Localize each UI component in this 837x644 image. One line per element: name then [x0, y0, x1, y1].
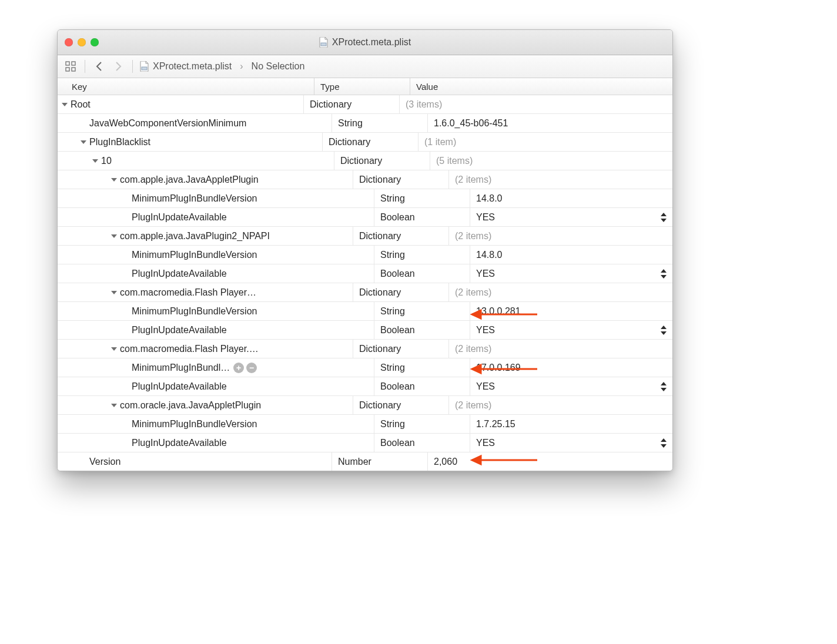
- stepper-down-icon[interactable]: [659, 443, 668, 449]
- editor-window: XProtect.meta.plist: [57, 29, 673, 471]
- plist-rows: Root Dictionary (3 items) JavaWebCompone…: [58, 95, 672, 471]
- row-flash2[interactable]: com.macromedia.Flash Player.… Dictionary…: [58, 340, 672, 358]
- stepper-down-icon[interactable]: [659, 217, 668, 223]
- key-label: PlugInUpdateAvailable: [132, 212, 227, 223]
- window-title: XProtect.meta.plist: [332, 37, 411, 48]
- close-window-button[interactable]: [65, 38, 73, 46]
- stepper-up-icon[interactable]: [659, 381, 668, 387]
- column-header-type[interactable]: Type: [314, 78, 410, 95]
- add-remove-controls: + −: [233, 363, 257, 373]
- nav-forward-button[interactable]: [111, 59, 125, 73]
- row-ten[interactable]: 10 Dictionary (5 items): [58, 152, 672, 170]
- value-cell[interactable]: 14.8.0: [470, 246, 672, 264]
- key-label: PlugInBlacklist: [89, 137, 150, 147]
- column-header-key[interactable]: Key: [58, 78, 314, 95]
- value-cell[interactable]: 1.6.0_45-b06-451: [428, 114, 672, 132]
- value-stepper[interactable]: [659, 212, 668, 223]
- key-label: 10: [101, 156, 112, 166]
- type-cell: String: [332, 114, 428, 132]
- stepper-down-icon[interactable]: [659, 330, 668, 336]
- value-stepper[interactable]: [659, 437, 668, 449]
- breadcrumb-selection: No Selection: [252, 61, 305, 72]
- svg-rect-3: [66, 68, 69, 71]
- remove-row-button[interactable]: −: [246, 363, 257, 373]
- row-oracle-min[interactable]: MinimumPlugInBundleVersion String 1.7.25…: [58, 415, 672, 434]
- plist-file-icon: [140, 61, 149, 72]
- row-flash1-upd[interactable]: PlugInUpdateAvailable Boolean YES: [58, 321, 672, 340]
- separator: [132, 60, 133, 73]
- value-cell[interactable]: 2,060: [428, 452, 672, 471]
- row-apple-npapi[interactable]: com.apple.java.JavaPlugin2_NPAPI Diction…: [58, 227, 672, 246]
- stepper-down-icon[interactable]: [659, 274, 668, 280]
- value-text: YES: [476, 438, 495, 448]
- chevron-right-icon: ›: [236, 61, 246, 72]
- value-cell[interactable]: 13.0.0.281: [470, 302, 672, 320]
- zoom-window-button[interactable]: [91, 38, 99, 46]
- breadcrumb-file: XProtect.meta.plist: [153, 61, 232, 72]
- value-text: YES: [476, 381, 495, 392]
- key-label: MinimumPlugInBundleVersion: [132, 250, 257, 260]
- stepper-up-icon[interactable]: [659, 437, 668, 443]
- svg-rect-0: [321, 43, 326, 46]
- value-cell[interactable]: YES: [470, 264, 672, 283]
- value-cell[interactable]: 14.8.0: [470, 189, 672, 207]
- disclosure-triangle-icon[interactable]: [111, 176, 118, 183]
- value-stepper[interactable]: [659, 324, 668, 336]
- value-cell: (2 items): [449, 227, 672, 245]
- minimize-window-button[interactable]: [78, 38, 86, 46]
- value-cell: (5 items): [430, 152, 672, 170]
- row-version[interactable]: Version Number 2,060: [58, 452, 672, 471]
- row-flash1[interactable]: com.macromedia.Flash Player… Dictionary …: [58, 283, 672, 302]
- svg-rect-5: [142, 67, 147, 70]
- value-stepper[interactable]: [659, 381, 668, 393]
- row-flash1-min[interactable]: MinimumPlugInBundleVersion String 13.0.0…: [58, 302, 672, 321]
- add-row-button[interactable]: +: [233, 363, 244, 373]
- disclosure-triangle-icon[interactable]: [111, 346, 118, 353]
- type-cell: Dictionary: [323, 133, 418, 151]
- row-javaweb[interactable]: JavaWebComponentVersionMinimum String 1.…: [58, 114, 672, 133]
- key-label: com.macromedia.Flash Player…: [120, 287, 256, 298]
- value-cell[interactable]: YES: [470, 434, 672, 452]
- row-apple-npapi-min[interactable]: MinimumPlugInBundleVersion String 14.8.0: [58, 246, 672, 264]
- row-oracle[interactable]: com.oracle.java.JavaAppletPlugin Diction…: [58, 396, 672, 415]
- row-flash2-upd[interactable]: PlugInUpdateAvailable Boolean YES: [58, 377, 672, 396]
- value-cell: (1 item): [418, 133, 672, 151]
- value-cell[interactable]: YES: [470, 377, 672, 395]
- value-cell: (3 items): [400, 95, 672, 113]
- type-cell: String: [374, 358, 470, 377]
- row-apple-applet-min[interactable]: MinimumPlugInBundleVersion String 14.8.0: [58, 189, 672, 208]
- disclosure-triangle-icon[interactable]: [92, 157, 99, 165]
- row-blacklist[interactable]: PlugInBlacklist Dictionary (1 item): [58, 133, 672, 152]
- stepper-down-icon[interactable]: [659, 387, 668, 393]
- value-cell[interactable]: YES: [470, 321, 672, 339]
- row-apple-npapi-upd[interactable]: PlugInUpdateAvailable Boolean YES: [58, 264, 672, 283]
- window-titlebar: XProtect.meta.plist: [58, 30, 672, 55]
- key-label: PlugInUpdateAvailable: [132, 381, 227, 392]
- nav-back-button[interactable]: [92, 59, 106, 73]
- column-header-value[interactable]: Value: [410, 78, 672, 95]
- value-cell[interactable]: YES: [470, 208, 672, 226]
- row-flash2-min[interactable]: MinimumPlugInBundl… + − String 17.0.0.16…: [58, 358, 672, 377]
- disclosure-triangle-icon[interactable]: [61, 101, 68, 108]
- breadcrumb[interactable]: XProtect.meta.plist: [140, 61, 232, 72]
- plist-file-icon: [319, 37, 329, 48]
- type-cell: Dictionary: [353, 396, 449, 414]
- traffic-lights: [65, 38, 99, 46]
- disclosure-triangle-icon[interactable]: [111, 402, 118, 409]
- row-apple-applet-upd[interactable]: PlugInUpdateAvailable Boolean YES: [58, 208, 672, 227]
- disclosure-triangle-icon[interactable]: [80, 139, 87, 146]
- disclosure-triangle-icon[interactable]: [111, 233, 118, 240]
- disclosure-triangle-icon[interactable]: [111, 289, 118, 296]
- row-oracle-upd[interactable]: PlugInUpdateAvailable Boolean YES: [58, 434, 672, 452]
- row-root[interactable]: Root Dictionary (3 items): [58, 95, 672, 114]
- related-items-icon[interactable]: [63, 59, 78, 73]
- type-cell: Dictionary: [304, 95, 400, 113]
- value-cell[interactable]: 17.0.0.169: [470, 358, 672, 377]
- stepper-up-icon[interactable]: [659, 212, 668, 217]
- key-label: com.macromedia.Flash Player.…: [120, 344, 259, 354]
- value-cell[interactable]: 1.7.25.15: [470, 415, 672, 433]
- row-apple-applet[interactable]: com.apple.java.JavaAppletPlugin Dictiona…: [58, 170, 672, 189]
- stepper-up-icon[interactable]: [659, 324, 668, 330]
- value-stepper[interactable]: [659, 268, 668, 280]
- stepper-up-icon[interactable]: [659, 268, 668, 274]
